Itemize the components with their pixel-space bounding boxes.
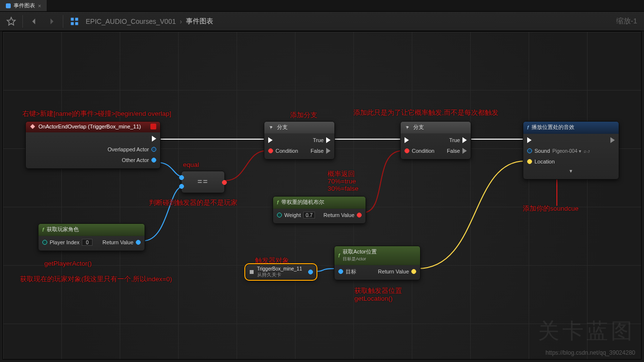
node-title: 获取Actor位置 [343, 249, 377, 254]
node-title: 获取玩家角色 [47, 226, 79, 233]
anno-prob-note: 添加此只是为了让它概率触发,而不是每次都触发 [353, 109, 498, 117]
breadcrumb-root[interactable]: EPIC_AUDIO_Courses_V001 [86, 18, 176, 25]
expand-icon[interactable]: ▾ [523, 167, 619, 176]
nav-forward-icon[interactable] [45, 15, 58, 28]
node-equal[interactable]: == [181, 171, 225, 193]
node-header: 分支 [401, 122, 471, 134]
pin-condition[interactable] [405, 148, 409, 153]
separator [63, 15, 63, 28]
branch-icon [405, 125, 410, 130]
pin-exec-true[interactable] [462, 137, 467, 143]
node-get-player-character[interactable]: f 获取玩家角色 Player Index0 Return Value [38, 223, 145, 251]
blueprint-icon[interactable] [68, 15, 81, 28]
pin-label: Overlapped Actor [108, 146, 149, 152]
node-title: OnActorEndOverlap (TriggerBox_mine_11) [38, 124, 141, 129]
pin-result[interactable] [222, 180, 227, 185]
function-icon: f [527, 125, 529, 130]
anno-equal: equal [183, 161, 199, 168]
weight-input[interactable]: 0.7 [303, 212, 315, 218]
node-title: 分支 [413, 124, 424, 131]
branch-icon [268, 125, 274, 130]
svg-rect-1 [71, 18, 74, 20]
node-on-actor-end-overlap[interactable]: OnActorEndOverlap (TriggerBox_mine_11) O… [25, 121, 161, 169]
event-flag-icon [150, 124, 156, 129]
node-header: f 播放位置处的音效 [523, 122, 619, 134]
close-icon[interactable]: × [38, 3, 41, 9]
svg-rect-4 [75, 22, 78, 25]
node-random-bool[interactable]: f 带权重的随机布尔 Weight0.7 Return Value [273, 196, 366, 224]
anno-getplayer-desc: 获取现在的玩家对象(我这里只有一个,所以index=0) [20, 275, 172, 284]
function-icon: f [277, 199, 278, 205]
node-title: 带权重的随机布尔 [281, 199, 324, 206]
zoom-indicator: 缩放-1 [616, 17, 637, 26]
pin-exec-in[interactable] [268, 137, 273, 143]
node-header: f 带权重的随机布尔 [273, 197, 366, 209]
pin-weight[interactable] [277, 213, 282, 217]
pin-return[interactable] [357, 213, 362, 217]
pin-return[interactable] [136, 240, 141, 245]
pin-label: Other Actor [122, 157, 149, 163]
pin-other-actor[interactable] [151, 158, 156, 163]
pin-label: True [449, 137, 460, 143]
breadcrumb-current[interactable]: 事件图表 [186, 17, 213, 26]
watermark-url: https://blog.csdn.net/qq_39024280 [546, 349, 635, 356]
pin-label: Sound [534, 148, 550, 154]
svg-rect-8 [250, 270, 254, 274]
node-get-actor-location[interactable]: f 获取Actor位置 目标是Actor 目标 Return Value [334, 246, 421, 280]
pin-condition[interactable] [268, 148, 273, 153]
pin-label: Condition [412, 148, 434, 154]
pin-exec-in[interactable] [527, 137, 532, 143]
node-header: f 获取Actor位置 目标是Actor [334, 246, 420, 265]
pin-label: Return Value [324, 212, 354, 218]
pin-location[interactable] [527, 159, 532, 164]
node-play-sound[interactable]: f 播放位置处的音效 Sound Pigeon-004 ▾ ⌕ ↺ Locati… [523, 121, 619, 180]
pin-player-index[interactable] [42, 240, 47, 245]
pin-overlapped-actor[interactable] [151, 147, 156, 152]
pin-sound[interactable] [527, 148, 532, 153]
tab-event-graph[interactable]: 事件图表 × [0, 0, 47, 11]
op-label: == [198, 178, 209, 186]
nav-back-icon[interactable] [28, 15, 40, 28]
function-icon: f [42, 227, 44, 233]
pin-var-out[interactable] [308, 270, 313, 274]
asset-picker-icon[interactable]: ⌕ ↺ [584, 148, 589, 154]
tab-bar: 事件图表 × [0, 0, 644, 12]
pin-exec-false[interactable] [326, 148, 331, 154]
tab-label: 事件图表 [14, 2, 35, 9]
pin-label: Location [534, 159, 555, 164]
index-input[interactable]: 0 [82, 239, 92, 246]
pin-exec-in[interactable] [405, 137, 409, 143]
pin-exec-out[interactable] [610, 137, 615, 143]
anno-get-loc: 获取触发器位置 getLocation() [354, 287, 402, 303]
pin-label: Player Index [50, 239, 79, 245]
anno-create-event: 右键>新建[name]的事件>碰撞>[begin/end overlap] [22, 109, 171, 118]
node-header: f 获取玩家角色 [38, 224, 145, 236]
pin-label: False [447, 148, 460, 154]
pin-label: False [311, 148, 324, 154]
pin-label: 目标 [346, 268, 356, 275]
pin-a[interactable] [179, 175, 184, 180]
wires [3, 32, 641, 359]
node-branch-1[interactable]: 分支 True Condition False [264, 121, 335, 160]
var-sub: 从持久关卡 [257, 272, 281, 277]
var-title: TriggerBox_mine_11 [257, 266, 302, 272]
event-icon [30, 124, 36, 129]
chevron-right-icon: › [180, 18, 182, 25]
pin-b[interactable] [179, 184, 184, 189]
sound-asset-dropdown[interactable]: Pigeon-004 ▾ [552, 148, 581, 154]
pin-target[interactable] [338, 269, 343, 274]
node-branch-2[interactable]: 分支 True Condition False [400, 121, 471, 160]
pin-return[interactable] [411, 269, 416, 274]
pin-label: Condition [276, 148, 298, 154]
graph-canvas[interactable]: 右键>新建[name]的事件>碰撞>[begin/end overlap] 添加… [2, 31, 642, 360]
pin-label: Return Value [103, 239, 133, 245]
node-var-triggerbox[interactable]: TriggerBox_mine_11 从持久关卡 [245, 264, 316, 280]
pin-exec-true[interactable] [326, 137, 331, 143]
pin-exec-false[interactable] [462, 148, 467, 154]
node-header: 分支 [264, 122, 334, 134]
breadcrumb: EPIC_AUDIO_Courses_V001 › 事件图表 [86, 17, 213, 26]
favorite-icon[interactable] [5, 15, 18, 28]
svg-rect-3 [71, 22, 74, 25]
pin-exec-out[interactable] [152, 136, 156, 142]
anno-judge-player: 判断碰到触发器的是不是玩家 [149, 199, 238, 207]
